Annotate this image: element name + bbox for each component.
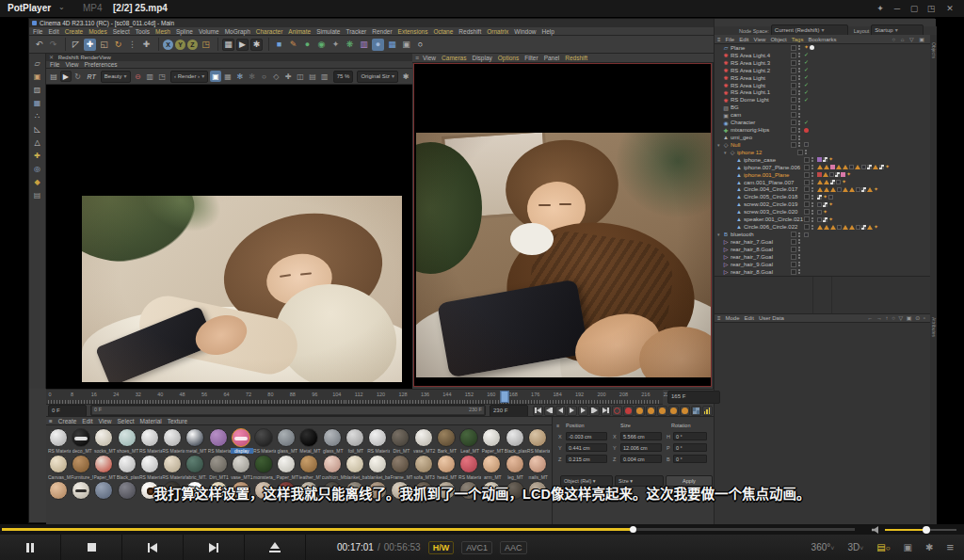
material-tag-icon[interactable] [861, 165, 866, 169]
keyscale-button[interactable] [646, 406, 656, 416]
add-generator-icon[interactable]: ● [301, 39, 313, 51]
menu-item-octane[interactable]: Octane [433, 28, 453, 35]
menu-item-material[interactable]: Material [140, 418, 162, 424]
add-field-icon[interactable]: ✦ [329, 39, 342, 51]
menu-item-edit[interactable]: Edit [82, 418, 92, 424]
timeline-playhead[interactable] [501, 391, 509, 403]
menu-item-mograph[interactable]: MoGraph [225, 28, 250, 35]
material-deco-mt[interactable]: deco_MT [71, 427, 93, 454]
chevron-down-icon[interactable]: ⌄ [58, 3, 65, 11]
material-tag-icon[interactable] [849, 165, 854, 169]
am-burger-icon[interactable]: ≡ [717, 315, 721, 321]
object-row-umi-geo[interactable]: ▲umi_geo [715, 134, 930, 141]
menu-item-view[interactable]: View [754, 37, 766, 42]
size-x-field[interactable]: 5.566 cm [620, 432, 662, 440]
phong-tag-icon[interactable]: ✦ [828, 157, 833, 162]
previous-button[interactable] [122, 535, 184, 560]
freeze-alt-icon[interactable]: ✻ [247, 71, 258, 82]
menu-item-edit[interactable]: Edit [739, 37, 748, 42]
warning-tag-icon[interactable] [830, 225, 836, 230]
material-sofa-mt3[interactable]: sofa_MT3 [413, 454, 436, 480]
keypla-button[interactable] [680, 406, 690, 416]
material-rs-material[interactable]: RS Material [253, 427, 276, 454]
visibility-toggles[interactable] [804, 224, 814, 230]
seekbar-track[interactable] [2, 528, 855, 531]
bucket-grid-icon[interactable]: ▦ [222, 71, 233, 82]
playlist-menu-icon[interactable]: ≡ [946, 540, 954, 554]
move-icon[interactable]: ✚ [84, 39, 96, 51]
redo-icon[interactable]: ↷ [47, 39, 59, 51]
check-tag-icon[interactable]: ✓ [804, 68, 809, 72]
edges-mode-icon[interactable]: ◺ [32, 123, 43, 135]
material-vase-mt2[interactable]: vase_MT2 [413, 427, 436, 454]
minimize-icon[interactable]: ─ [889, 2, 906, 15]
object-row-rs-dome-light[interactable]: ✺RS Dome Light✓ [715, 96, 930, 104]
material-tag-icon[interactable] [856, 225, 860, 230]
pan-view-icon[interactable]: ✚ [282, 71, 294, 82]
material-tag-icon[interactable] [817, 217, 822, 222]
material-tag-icon[interactable] [837, 187, 842, 192]
warning-tag-icon[interactable] [817, 225, 823, 230]
maximize-icon[interactable]: ▢ [906, 2, 923, 15]
visibility-toggles[interactable] [791, 262, 801, 267]
visibility-toggles[interactable] [804, 209, 814, 215]
fullscreen-icon[interactable]: ◳ [923, 2, 940, 15]
renderview-canvas[interactable]: Frame: 152 2022-06-19 16:11:48 (3.44s) [46, 85, 412, 389]
position-x-field[interactable]: -0.003 cm [566, 432, 607, 440]
viewport-canvas[interactable] [413, 63, 712, 387]
start-button[interactable] [533, 406, 543, 416]
region-render-icon[interactable]: ◳ [156, 71, 168, 82]
lock-x-icon[interactable]: X [163, 40, 173, 50]
menu-item-simulate[interactable]: Simulate [316, 28, 340, 35]
check-tag-icon[interactable]: ✓ [804, 75, 809, 80]
menu-item-user-data[interactable]: User Data [759, 315, 784, 321]
phong-tag-icon[interactable]: ✦ [828, 217, 833, 222]
seekbar[interactable] [0, 524, 964, 535]
visibility-toggles[interactable] [804, 216, 814, 222]
keypos-button[interactable] [635, 406, 645, 416]
visibility-toggles[interactable] [791, 254, 801, 260]
material-metal-mt[interactable]: metal_MT [185, 427, 207, 454]
circle-tool-icon[interactable]: ○ [259, 71, 270, 82]
range-end-field[interactable]: 230 F [490, 405, 528, 417]
material-tag-icon[interactable] [836, 180, 841, 184]
material-shoes-mt[interactable]: shoes_MT [117, 427, 139, 454]
render-settings-icon[interactable]: ✱ [250, 39, 263, 51]
uv-tag-icon[interactable] [823, 217, 827, 222]
visibility-toggles[interactable] [804, 186, 814, 192]
locked-workplane-icon[interactable]: ▤ [32, 189, 43, 200]
visibility-toggles[interactable] [791, 232, 801, 237]
check-tag-icon[interactable]: ✓ [804, 90, 809, 95]
add-volume-icon[interactable]: ❋ [344, 39, 356, 51]
menu-item-object[interactable]: Object [770, 37, 786, 42]
object-row-null[interactable]: ▾◇Null [715, 141, 930, 149]
material-paper-mt[interactable]: Paper_MT [481, 427, 504, 454]
prevkey-button[interactable] [544, 406, 554, 416]
visibility-toggles[interactable] [791, 75, 801, 81]
position-y-field[interactable]: 0.441 cm [566, 443, 607, 452]
object-row-rs-area-light-4[interactable]: ✺RS Area Light.4✓ [715, 52, 930, 59]
warning-tag-icon[interactable] [836, 165, 842, 169]
visibility-toggles[interactable] [804, 180, 814, 185]
compositing-tag-icon[interactable] [810, 45, 814, 50]
object-row-cam-001-plane-007[interactable]: ▲cam.001_Plane.007✦ [715, 179, 930, 186]
material-black-plasti[interactable]: Black_plasti [505, 427, 527, 454]
material-glass-mt[interactable]: glass_MT [276, 427, 298, 454]
menu-item-character[interactable]: Character [256, 28, 283, 35]
warning-tag-icon[interactable] [830, 187, 836, 192]
add-spline-icon[interactable]: ✎ [287, 39, 299, 51]
menu-item-cameras[interactable]: Cameras [442, 55, 466, 61]
object-row-speaker-001-circle-021[interactable]: ▲speaker.001_Circle.021✦ [715, 216, 930, 223]
nextframe-button[interactable] [578, 406, 588, 416]
object-row-bluetooth[interactable]: ▾Bbluetooth [715, 231, 930, 238]
menu-item-view[interactable]: View [65, 61, 78, 68]
menu-item-filter[interactable]: Filter [524, 55, 538, 61]
phong-tag-icon[interactable]: ✦ [823, 210, 827, 215]
material-tag-icon[interactable] [817, 157, 822, 162]
warning-tag-icon[interactable] [867, 225, 873, 230]
menu-item-modes[interactable]: Modes [88, 28, 107, 35]
material-head-mt[interactable]: head_MT [436, 454, 458, 480]
visibility-toggles[interactable] [791, 89, 801, 95]
warning-tag-icon[interactable] [873, 165, 878, 169]
material-blanket-bas[interactable]: blanket_bas [367, 454, 390, 480]
